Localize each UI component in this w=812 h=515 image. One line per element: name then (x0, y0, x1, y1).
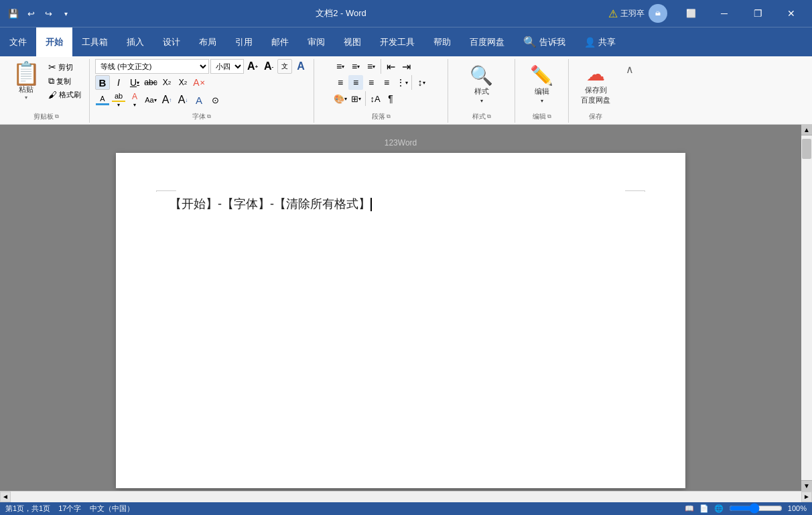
decrease-indent-btn[interactable]: ⇤ (383, 59, 398, 74)
menu-dev[interactable]: 开发工具 (370, 27, 424, 57)
numbered-list-btn[interactable]: ≡▾ (348, 59, 363, 74)
shrink-font2-btn[interactable]: A↓ (176, 93, 190, 107)
format-painter-button[interactable]: 🖌格式刷 (46, 89, 84, 101)
increase-indent-btn[interactable]: ⇥ (399, 59, 413, 74)
menu-home[interactable]: 开始 (36, 27, 72, 57)
line-spacing-btn[interactable]: ↕▾ (414, 75, 429, 90)
bullet-list-btn[interactable]: ≡▾ (333, 59, 348, 74)
doc-content[interactable]: 【开始】-【字体】-【清除所有格式】 (170, 193, 632, 215)
align-center-btn[interactable]: ≡ (348, 75, 363, 90)
h-scroll-right-btn[interactable]: ► (801, 492, 812, 502)
columns-btn[interactable]: ⋮▾ (395, 75, 409, 90)
ribbon-collapse-btn[interactable]: ∧ (622, 62, 637, 76)
editing-expand-icon[interactable]: ⧉ (547, 113, 551, 120)
font-name-select[interactable]: 等线 (中文正文) (95, 59, 209, 74)
underline-button[interactable]: U▾ (127, 75, 142, 90)
styles-group: 🔍 样式 ▾ 样式 ⧉ (448, 59, 515, 123)
char-shading-btn[interactable]: ⊙ (208, 93, 222, 107)
shrink-font-btn[interactable]: A- (261, 59, 276, 74)
scroll-down-btn[interactable]: ▼ (801, 480, 812, 491)
scroll-thumb[interactable] (802, 139, 811, 159)
read-view-icon[interactable]: 📖 (685, 504, 694, 513)
editing-label: 编辑 ⧉ (533, 112, 551, 121)
status-bar: 第1页，共1页 17个字 中文（中国） 📖 📄 🌐 100% (0, 502, 812, 515)
team-icon[interactable]: ⬜ (675, 0, 706, 27)
clear-format-button[interactable]: A✕ (192, 75, 206, 90)
copy-button[interactable]: ⧉复制 (46, 74, 84, 88)
font-color-row: A ab ▾ A ▾ Aa▾ A↑ A↓ A ⊙ (95, 91, 308, 109)
strikethrough-button[interactable]: abc (143, 75, 158, 90)
restore-btn[interactable]: ❐ (742, 0, 773, 27)
text-effect2-btn[interactable]: A (192, 93, 206, 107)
customize-qa-btn[interactable]: ▾ (58, 5, 74, 21)
user-area: 王羽卒 🏔 (620, 4, 667, 23)
menu-mail[interactable]: 邮件 (262, 27, 298, 57)
para-expand-icon[interactable]: ⧉ (387, 113, 391, 120)
highlight-color-btn[interactable]: ab ▾ (111, 91, 126, 109)
menu-help[interactable]: 帮助 (424, 27, 460, 57)
right-scrollbar: ▲ ▼ (801, 125, 812, 491)
menu-review[interactable]: 审阅 (298, 27, 334, 57)
menu-share[interactable]: 👤共享 (575, 27, 625, 57)
menu-view[interactable]: 视图 (334, 27, 370, 57)
font-color-btn[interactable]: A ▾ (127, 91, 142, 109)
h-scroll-left-btn[interactable]: ◄ (0, 492, 11, 502)
font-size-select[interactable]: 小四 (210, 59, 244, 74)
font-display-btn[interactable]: A (293, 59, 308, 74)
shading-btn[interactable]: 🎨▾ (333, 91, 348, 106)
cut-button[interactable]: ✂剪切 (46, 60, 84, 74)
bold-button[interactable]: B (95, 75, 110, 90)
scroll-up-btn[interactable]: ▲ (801, 125, 812, 135)
page-count: 第1页，共1页 (5, 504, 50, 514)
menu-toolbox[interactable]: 工具箱 (72, 27, 117, 57)
menu-references[interactable]: 引用 (226, 27, 262, 57)
italic-button[interactable]: I (111, 75, 126, 90)
close-btn[interactable]: ✕ (776, 0, 807, 27)
sort-btn[interactable]: ↕A (368, 91, 383, 106)
align-right-btn[interactable]: ≡ (364, 75, 379, 90)
grow-font-btn[interactable]: A+ (245, 59, 260, 74)
show-marks-btn[interactable]: ¶ (383, 91, 398, 106)
font-expand-icon[interactable]: ⧉ (207, 113, 211, 120)
superscript-button[interactable]: X2 (176, 75, 190, 90)
subscript-button[interactable]: X2 (159, 75, 174, 90)
user-avatar[interactable]: 🏔 (649, 4, 667, 23)
text-highlight-btn[interactable]: A (95, 91, 110, 109)
menu-tell-me[interactable]: 🔍告诉我 (514, 27, 575, 57)
menu-design[interactable]: 设计 (153, 27, 190, 57)
styles-button[interactable]: 🔍 样式 ▾ (466, 64, 497, 107)
save-baidu-button[interactable]: ☁ 保存到百度网盘 (577, 62, 614, 107)
undo-btn[interactable]: ↩ (23, 5, 39, 21)
scroll-track[interactable] (801, 135, 812, 480)
save-quick-btn[interactable]: 💾 (5, 5, 21, 21)
styles-expand-icon[interactable]: ⧉ (487, 113, 491, 120)
clipboard-expand-icon[interactable]: ⧉ (55, 113, 59, 120)
menu-insert[interactable]: 插入 (117, 27, 153, 57)
menu-layout[interactable]: 布局 (190, 27, 226, 57)
grow-font2-btn[interactable]: A↑ (159, 93, 174, 107)
para-group: ≡▾ ≡▾ ≡▾ ⇤ ⇥ ≡ ≡ ≡ ≡ ⋮▾ ↕▾ 🎨▾ ⊞▾ ↕A (314, 59, 448, 123)
para-align-row: ≡ ≡ ≡ ≡ ⋮▾ ↕▾ (333, 75, 429, 90)
h-scroll-track[interactable] (11, 492, 801, 502)
minimize-btn[interactable]: ─ (709, 0, 740, 27)
web-view-icon[interactable]: 🌐 (714, 504, 724, 513)
doc-paragraph[interactable]: 【开始】-【字体】-【清除所有格式】 (170, 193, 632, 215)
align-left-btn[interactable]: ≡ (333, 75, 348, 90)
page-view-icon[interactable]: 📄 (699, 504, 709, 513)
paste-button[interactable]: 📋 粘贴 ▾ (8, 59, 44, 103)
window-title: 文档2 - Word (74, 7, 608, 19)
title-left: 💾 ↩ ↪ ▾ (5, 5, 74, 21)
change-case-btn[interactable]: Aa▾ (143, 93, 158, 107)
zoom-slider[interactable] (729, 504, 783, 512)
justify-btn[interactable]: ≡ (379, 75, 394, 90)
multilevel-list-btn[interactable]: ≡▾ (364, 59, 379, 74)
editing-button[interactable]: ✏️ 编辑 ▾ (526, 64, 557, 107)
border-btn[interactable]: ⊞▾ (348, 91, 363, 106)
document-page[interactable]: 【开始】-【字体】-【清除所有格式】 (116, 153, 685, 488)
font-name-row: 等线 (中文正文) 小四 A+ A- 文 A (95, 59, 308, 74)
page-area[interactable]: 123Word 【开始】-【字体】-【清除所有格式】 (0, 125, 801, 491)
redo-btn[interactable]: ↪ (40, 5, 56, 21)
menu-file[interactable]: 文件 (0, 27, 36, 57)
menu-baidu[interactable]: 百度网盘 (460, 27, 514, 57)
wubi-btn[interactable]: 文 (277, 59, 292, 74)
